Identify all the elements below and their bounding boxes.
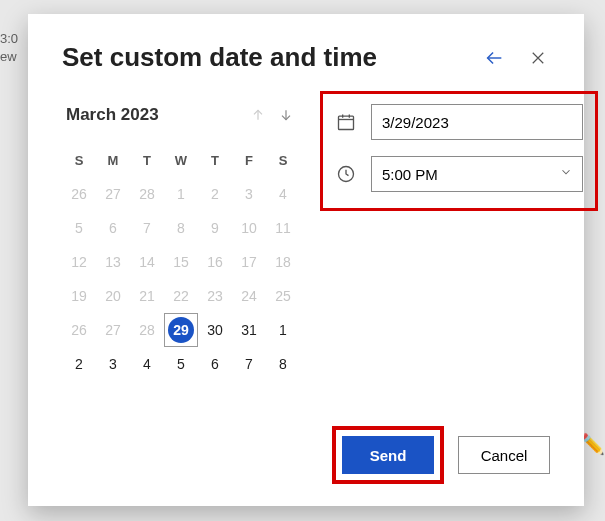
calendar-grid: SMTWTFS262728123456789101112131415161718… <box>62 143 300 381</box>
highlight-inputs <box>320 91 598 211</box>
calendar-day: 8 <box>164 211 198 245</box>
calendar-dow: M <box>96 143 130 177</box>
calendar-day: 14 <box>130 245 164 279</box>
datetime-inputs <box>332 101 586 195</box>
calendar-dow: W <box>164 143 198 177</box>
calendar-day: 17 <box>232 245 266 279</box>
calendar-day: 19 <box>62 279 96 313</box>
calendar-day[interactable]: 2 <box>62 347 96 381</box>
svg-rect-0 <box>339 116 354 129</box>
calendar-day: 15 <box>164 245 198 279</box>
calendar-day: 28 <box>130 313 164 347</box>
calendar-day: 18 <box>266 245 300 279</box>
close-icon[interactable] <box>526 46 550 70</box>
calendar-day: 20 <box>96 279 130 313</box>
calendar-day: 12 <box>62 245 96 279</box>
calendar-day[interactable]: 6 <box>198 347 232 381</box>
calendar-dow: T <box>198 143 232 177</box>
calendar-day: 4 <box>266 177 300 211</box>
calendar-day: 11 <box>266 211 300 245</box>
calendar-day: 13 <box>96 245 130 279</box>
calendar-day: 25 <box>266 279 300 313</box>
next-month-icon[interactable] <box>272 101 300 129</box>
calendar-day: 26 <box>62 177 96 211</box>
calendar-day: 5 <box>62 211 96 245</box>
calendar-day: 22 <box>164 279 198 313</box>
calendar-day[interactable]: 7 <box>232 347 266 381</box>
background-text: 3:0 ew <box>0 30 18 66</box>
calendar-day[interactable]: 8 <box>266 347 300 381</box>
time-input[interactable] <box>371 156 583 192</box>
highlight-send: Send <box>332 426 444 484</box>
calendar-day[interactable]: 4 <box>130 347 164 381</box>
cancel-button[interactable]: Cancel <box>458 436 550 474</box>
clock-icon <box>335 163 357 185</box>
calendar-day: 28 <box>130 177 164 211</box>
calendar-day[interactable]: 29 <box>164 313 198 347</box>
calendar-day: 2 <box>198 177 232 211</box>
calendar-day[interactable]: 1 <box>266 313 300 347</box>
calendar-icon <box>335 111 357 133</box>
calendar-day: 27 <box>96 177 130 211</box>
send-button[interactable]: Send <box>342 436 434 474</box>
calendar-day: 10 <box>232 211 266 245</box>
schedule-send-modal: Set custom date and time March 2023 SMTW… <box>28 14 584 506</box>
calendar-day: 9 <box>198 211 232 245</box>
calendar-day[interactable]: 30 <box>198 313 232 347</box>
back-arrow-icon[interactable] <box>482 46 506 70</box>
calendar-day: 7 <box>130 211 164 245</box>
calendar-day: 6 <box>96 211 130 245</box>
time-field-row <box>335 156 583 192</box>
date-input[interactable] <box>371 104 583 140</box>
calendar-day: 1 <box>164 177 198 211</box>
calendar-day: 24 <box>232 279 266 313</box>
calendar-day: 23 <box>198 279 232 313</box>
modal-title: Set custom date and time <box>62 42 377 73</box>
calendar-dow: T <box>130 143 164 177</box>
modal-header: Set custom date and time <box>62 42 550 73</box>
calendar-day: 16 <box>198 245 232 279</box>
calendar-day: 3 <box>232 177 266 211</box>
calendar-day: 26 <box>62 313 96 347</box>
calendar-day[interactable]: 31 <box>232 313 266 347</box>
calendar-dow: S <box>266 143 300 177</box>
calendar-dow: F <box>232 143 266 177</box>
calendar-day: 27 <box>96 313 130 347</box>
modal-footer: Send Cancel <box>62 426 550 484</box>
calendar-dow: S <box>62 143 96 177</box>
calendar: March 2023 SMTWTFS2627281234567891011121… <box>62 101 300 381</box>
calendar-day: 21 <box>130 279 164 313</box>
calendar-day[interactable]: 3 <box>96 347 130 381</box>
header-actions <box>482 46 550 70</box>
calendar-month-label[interactable]: March 2023 <box>62 105 244 125</box>
date-field-row <box>335 104 583 140</box>
calendar-day[interactable]: 5 <box>164 347 198 381</box>
prev-month-icon <box>244 101 272 129</box>
